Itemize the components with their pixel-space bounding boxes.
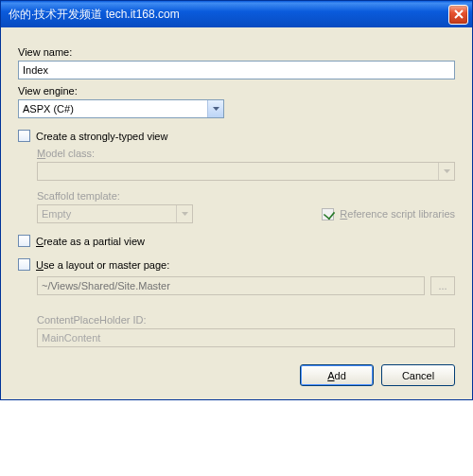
use-layout-checkbox[interactable] (18, 258, 30, 271)
scaffold-template-label: Scaffold template: (37, 190, 455, 202)
model-class-combo (37, 162, 455, 181)
create-partial-checkbox[interactable] (18, 235, 30, 247)
view-engine-combo[interactable] (18, 99, 224, 118)
browse-button: ... (430, 276, 455, 295)
view-name-label: View name: (18, 46, 455, 58)
layout-group: ... ContentPlaceHolder ID: (37, 276, 455, 347)
close-icon (454, 9, 464, 19)
scaffold-template-combo (37, 204, 193, 223)
layout-path-input (37, 276, 425, 295)
reference-scripts-checkbox (322, 208, 334, 220)
use-layout-label: Use a layout or master page: (36, 259, 169, 271)
view-engine-label: View engine: (18, 85, 455, 97)
strongly-typed-checkbox-row[interactable]: Create a strongly-typed view (18, 130, 455, 142)
cancel-button[interactable]: Cancel (381, 364, 455, 386)
view-name-input[interactable] (18, 61, 455, 79)
ellipsis-icon: ... (438, 280, 447, 291)
strongly-typed-label: Create a strongly-typed view (36, 131, 167, 142)
strongly-typed-checkbox[interactable] (18, 130, 30, 142)
titlebar: 你的·技术开发频道 tech.it168.com (1, 1, 472, 27)
model-class-label: Model class: (37, 148, 455, 159)
create-partial-row[interactable]: Create as a partial view (18, 235, 455, 247)
dialog-window: 你的·技术开发频道 tech.it168.com View name: View… (0, 0, 473, 400)
use-layout-row[interactable]: Use a layout or master page: (18, 258, 455, 271)
reference-scripts-row: Reference script libraries (322, 208, 455, 220)
reference-scripts-label: Reference script libraries (340, 208, 455, 220)
view-engine-value[interactable] (18, 99, 224, 118)
content-placeholder-label: ContentPlaceHolder ID: (37, 314, 455, 326)
titlebar-watermark: 你的·技术开发频道 tech.it168.com (9, 7, 180, 23)
scaffold-template-value (37, 204, 193, 223)
button-bar: Add Cancel (18, 364, 455, 386)
model-class-input (37, 162, 455, 181)
close-button[interactable] (448, 5, 468, 25)
dialog-content: View name: View engine: Create a strongl… (1, 27, 472, 399)
add-button[interactable]: Add (300, 364, 374, 386)
content-placeholder-input (37, 328, 455, 347)
strongly-typed-group: Model class: Scaffold template: (37, 148, 455, 223)
create-partial-label: Create as a partial view (36, 236, 145, 247)
